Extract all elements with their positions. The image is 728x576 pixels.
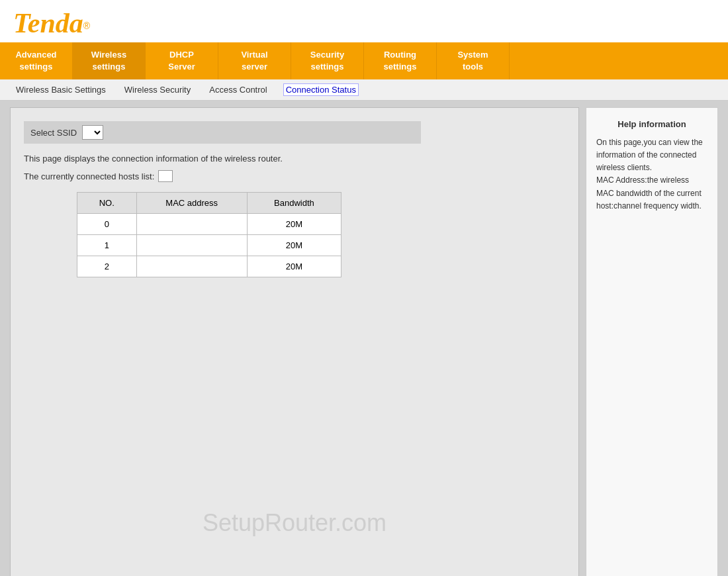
- subnav-basic[interactable]: Wireless Basic Settings: [13, 83, 109, 96]
- ssid-label: Select SSID: [30, 128, 77, 138]
- nav-routing[interactable]: Routingsettings: [364, 42, 437, 79]
- help-text: On this page,you can view the informatio…: [596, 136, 707, 213]
- connection-table: NO. MAC address Bandwidth 020M120M220M: [77, 192, 341, 277]
- main-area: Select SSID This page displays the conne…: [0, 101, 728, 576]
- sub-nav: Wireless Basic Settings Wireless Securit…: [0, 79, 728, 101]
- ssid-row: Select SSID: [24, 121, 421, 144]
- brand-name: Tenda: [13, 8, 83, 38]
- subnav-security[interactable]: Wireless Security: [122, 83, 193, 96]
- nav-advanced[interactable]: Advancedsettings: [0, 42, 73, 79]
- cell-mac: [136, 256, 247, 277]
- nav-system[interactable]: Systemtools: [437, 42, 510, 79]
- page-description: This page displays the connection inform…: [24, 154, 565, 164]
- brand-reg: ®: [83, 21, 90, 31]
- col-mac: MAC address: [136, 193, 247, 214]
- nav-bar: Advancedsettings Wirelesssettings DHCPSe…: [0, 42, 728, 79]
- help-panel: Help information On this page,you can vi…: [586, 107, 718, 576]
- col-bandwidth: Bandwidth: [247, 193, 341, 214]
- table-row: 220M: [77, 256, 341, 277]
- nav-wireless[interactable]: Wirelesssettings: [73, 42, 146, 79]
- header: Tenda®: [0, 0, 728, 42]
- cell-bandwidth: 20M: [247, 214, 341, 235]
- nav-security[interactable]: Securitysettings: [291, 42, 364, 79]
- logo: Tenda®: [13, 9, 90, 37]
- content-panel: Select SSID This page displays the conne…: [10, 107, 579, 576]
- table-row: 120M: [77, 235, 341, 256]
- watermark: SetupRouter.com: [203, 509, 387, 537]
- nav-dhcp[interactable]: DHCPServer: [146, 42, 218, 79]
- hosts-count: [158, 170, 173, 182]
- cell-no: 2: [77, 256, 137, 277]
- hosts-label: The currently connected hosts list:: [24, 171, 154, 181]
- cell-bandwidth: 20M: [247, 256, 341, 277]
- table-row: 020M: [77, 214, 341, 235]
- cell-no: 1: [77, 235, 137, 256]
- subnav-status[interactable]: Connection Status: [283, 83, 359, 96]
- subnav-access[interactable]: Access Control: [206, 83, 269, 96]
- cell-no: 0: [77, 214, 137, 235]
- nav-virtual[interactable]: Virtualserver: [218, 42, 291, 79]
- help-title: Help information: [596, 118, 707, 131]
- cell-mac: [136, 214, 247, 235]
- hosts-row: The currently connected hosts list:: [24, 170, 565, 182]
- ssid-select[interactable]: [82, 125, 103, 140]
- col-no: NO.: [77, 193, 137, 214]
- cell-mac: [136, 235, 247, 256]
- cell-bandwidth: 20M: [247, 235, 341, 256]
